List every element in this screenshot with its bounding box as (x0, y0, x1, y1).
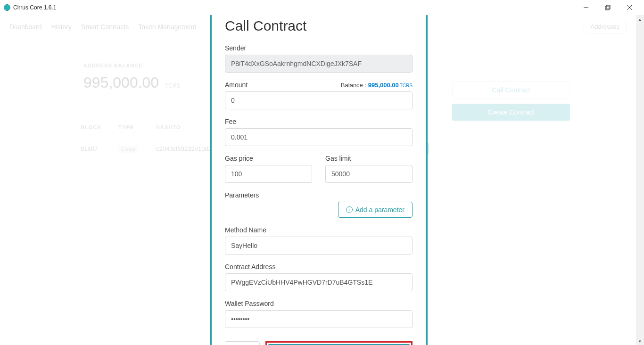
window-title: Cirrus Core 1.6.1 (13, 4, 56, 11)
wallet-password-label: Wallet Password (225, 300, 413, 307)
submit-highlight: Call Contract (265, 341, 413, 345)
fee-input[interactable] (225, 128, 413, 146)
scroll-up-icon[interactable]: ▴ (636, 15, 644, 23)
method-name-input[interactable] (225, 237, 413, 255)
contract-address-input[interactable] (225, 273, 413, 291)
sender-label: Sender (225, 44, 413, 52)
balance-value: 995,000.00 (368, 82, 399, 89)
amount-label: Amount (225, 81, 248, 89)
add-parameter-button[interactable]: + Add a parameter (338, 202, 413, 218)
amount-input[interactable] (225, 91, 413, 109)
plus-icon: + (346, 206, 353, 213)
close-button[interactable] (619, 0, 640, 15)
gas-price-input[interactable] (225, 165, 312, 183)
parameters-label: Parameters (225, 191, 413, 199)
balance-prefix: Balance : (341, 82, 368, 89)
scroll-down-icon[interactable]: ▾ (636, 337, 644, 345)
minimize-button[interactable] (575, 0, 597, 15)
gas-limit-label: Gas limit (325, 155, 413, 162)
window-controls (575, 0, 640, 15)
cancel-button[interactable]: Cancel (225, 341, 260, 345)
call-contract-modal: Call Contract Sender Amount Balance : 99… (210, 15, 428, 345)
balance-indicator: Balance : 995,000.00TCRS (341, 82, 413, 89)
gas-limit-input[interactable] (325, 165, 413, 183)
vertical-scrollbar[interactable]: ▴ ▾ (636, 15, 644, 345)
modal-title: Call Contract (225, 18, 413, 34)
fee-label: Fee (225, 118, 413, 125)
method-name-label: Method Name (225, 226, 413, 234)
title-bar: Cirrus Core 1.6.1 (0, 0, 644, 15)
gas-price-label: Gas price (225, 155, 312, 162)
sender-input (225, 55, 413, 73)
contract-address-label: Contract Address (225, 263, 413, 271)
balance-ccy: TCRS (400, 83, 413, 88)
maximize-button[interactable] (597, 0, 619, 15)
wallet-password-input[interactable] (225, 310, 413, 328)
app-icon (4, 4, 10, 11)
svg-rect-1 (605, 6, 609, 10)
svg-rect-2 (606, 5, 610, 9)
add-parameter-label: Add a parameter (355, 206, 405, 214)
